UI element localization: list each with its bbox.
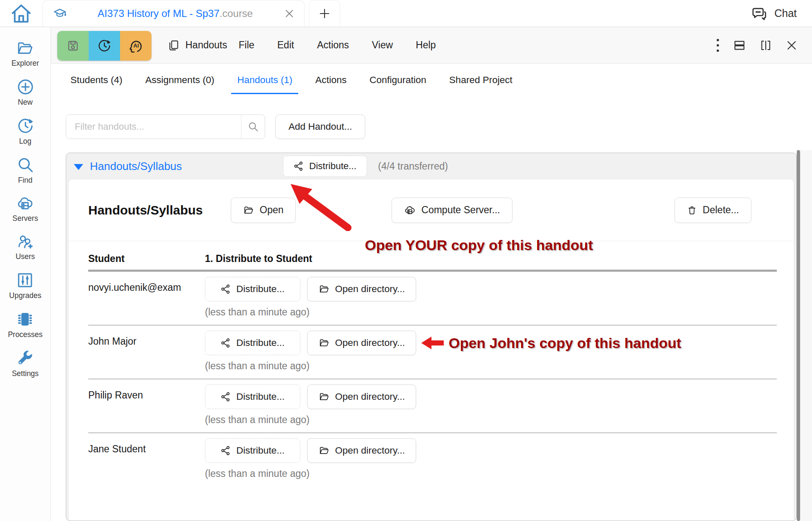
chat-label: Chat xyxy=(774,7,797,20)
ai-assistant-button[interactable]: AI xyxy=(120,31,151,61)
folder-open-icon xyxy=(16,40,34,57)
sidebar-label: Find xyxy=(18,176,32,185)
menu-actions[interactable]: Actions xyxy=(305,39,360,51)
split-col-icon[interactable] xyxy=(753,39,779,52)
folder-open-icon xyxy=(319,392,330,402)
menu-file[interactable]: File xyxy=(227,39,266,51)
student-name: Philip Raven xyxy=(88,384,205,426)
save-button[interactable] xyxy=(57,31,89,61)
home-icon xyxy=(10,2,33,25)
folder-open-icon xyxy=(319,446,330,456)
sidebar-item-settings[interactable]: Settings xyxy=(12,349,39,378)
handout-link[interactable]: Handouts/Syllabus xyxy=(90,160,182,173)
editor-menubar: AI Handouts File Edit Actions View Help xyxy=(51,27,812,64)
annotation-text: Open John's copy of this handout xyxy=(448,335,681,351)
folder-open-icon xyxy=(243,205,254,215)
close-editor-icon[interactable] xyxy=(779,39,804,52)
student-name: John Major xyxy=(88,331,205,372)
close-icon[interactable] xyxy=(284,8,295,19)
tab-handouts[interactable]: Handouts (1) xyxy=(231,64,298,97)
sidebar-label: Servers xyxy=(12,214,38,223)
sidebar-item-upgrades[interactable]: Upgrades xyxy=(9,271,42,300)
new-tab-button[interactable] xyxy=(309,0,340,27)
student-name: novyi.uchenik@exam xyxy=(88,277,205,318)
users-add-icon xyxy=(16,233,34,250)
distribute-button[interactable]: Distribute... xyxy=(205,438,300,463)
handout-card: Handouts/Syllabus Distribute... (4/4 tra… xyxy=(66,153,797,521)
student-name: Jane Student xyxy=(88,438,205,479)
transfer-time: (less than a minute ago) xyxy=(205,360,777,372)
caret-down-icon[interactable] xyxy=(74,164,83,170)
tab-students[interactable]: Students (4) xyxy=(64,64,129,97)
home-button[interactable] xyxy=(0,0,42,27)
sidebar-label: Explorer xyxy=(11,59,39,68)
sidebar-label: Log xyxy=(19,137,31,146)
content-area: AI Handouts File Edit Actions View Help xyxy=(51,27,812,521)
share-icon xyxy=(221,392,231,402)
menu-edit[interactable]: Edit xyxy=(266,39,306,51)
column-distribute: 1. Distribute to Student xyxy=(205,253,312,265)
open-directory-button[interactable]: Open directory... xyxy=(307,277,417,301)
sidebar-item-find[interactable]: Find xyxy=(17,156,34,185)
sidebar-item-log[interactable]: Log xyxy=(17,117,34,146)
add-handout-button[interactable]: Add Handout... xyxy=(275,114,365,139)
sidebar-item-new[interactable]: New xyxy=(17,78,34,107)
save-icon xyxy=(66,39,80,53)
distribute-button[interactable]: Distribute... xyxy=(205,331,300,355)
distribute-button[interactable]: Distribute... xyxy=(205,277,300,301)
annotation-johns-copy: Open John's copy of this handout xyxy=(420,335,681,351)
timetravel-button[interactable] xyxy=(89,31,120,61)
svg-text:AI: AI xyxy=(134,42,139,48)
tab-shared-project[interactable]: Shared Project xyxy=(443,64,518,97)
left-sidebar: Explorer New Log xyxy=(0,27,51,521)
chat-icon xyxy=(751,6,767,22)
handout-panel: Handouts/Syllabus Open xyxy=(69,179,794,521)
chat-button[interactable]: Chat xyxy=(751,0,812,27)
file-tab-course[interactable]: AI373 History of ML - Sp37.course xyxy=(42,0,305,27)
distribution-table: Student 1. Distribute to Student novyi.u… xyxy=(69,241,794,486)
transferred-status: (4/4 transferred) xyxy=(378,161,448,172)
sidebar-item-processes[interactable]: Processes xyxy=(8,310,43,339)
menu-help[interactable]: Help xyxy=(404,39,447,51)
split-row-icon[interactable] xyxy=(726,39,753,52)
sidebar-item-explorer[interactable]: Explorer xyxy=(11,40,39,68)
share-icon xyxy=(221,284,231,294)
document-title-label: Handouts xyxy=(185,39,227,51)
folder-open-icon xyxy=(319,284,330,294)
tab-actions[interactable]: Actions xyxy=(309,64,353,97)
vertical-scrollbar[interactable] xyxy=(797,150,800,521)
distribute-button[interactable]: Distribute... xyxy=(205,384,300,409)
sidebar-label: Upgrades xyxy=(9,291,42,300)
table-row: novyi.uchenik@exam Distribute... xyxy=(88,272,777,326)
cloud-server-icon xyxy=(404,205,416,216)
course-tabs: Students (4) Assignments (0) Handouts (1… xyxy=(51,64,812,97)
sidebar-item-users[interactable]: Users xyxy=(16,233,35,261)
sidebar-label: Users xyxy=(16,252,35,261)
plus-circle-icon xyxy=(17,78,34,96)
kebab-menu-icon[interactable] xyxy=(709,38,726,53)
table-header: Student 1. Distribute to Student xyxy=(88,253,777,265)
handouts-toolbar: Add Handout... xyxy=(66,114,812,139)
open-directory-button[interactable]: Open directory... xyxy=(307,384,417,409)
open-directory-button[interactable]: Open directory... xyxy=(307,438,417,463)
open-handout-button[interactable]: Open xyxy=(231,198,296,223)
ai-icon: AI xyxy=(128,38,143,53)
distribute-all-button[interactable]: Distribute... xyxy=(283,156,367,177)
tab-assignments[interactable]: Assignments (0) xyxy=(140,64,221,97)
sidebar-item-servers[interactable]: Servers xyxy=(12,195,38,223)
search-icon[interactable] xyxy=(241,115,265,139)
column-student: Student xyxy=(88,253,205,265)
filter-handouts-input[interactable] xyxy=(66,115,241,139)
handout-panel-title: Handouts/Syllabus xyxy=(88,203,203,217)
tab-configuration[interactable]: Configuration xyxy=(364,64,432,97)
clock-history-icon xyxy=(97,39,112,53)
filter-box xyxy=(66,114,265,139)
plus-icon xyxy=(318,7,331,20)
sidebar-label: Processes xyxy=(8,330,43,339)
delete-handout-button[interactable]: Delete... xyxy=(675,198,751,223)
compute-server-button[interactable]: Compute Server... xyxy=(392,198,512,223)
top-bar: AI373 History of ML - Sp37.course Chat xyxy=(0,0,812,27)
document-title: Handouts xyxy=(168,39,227,51)
menu-view[interactable]: View xyxy=(361,39,404,51)
open-directory-button[interactable]: Open directory... xyxy=(307,331,417,355)
